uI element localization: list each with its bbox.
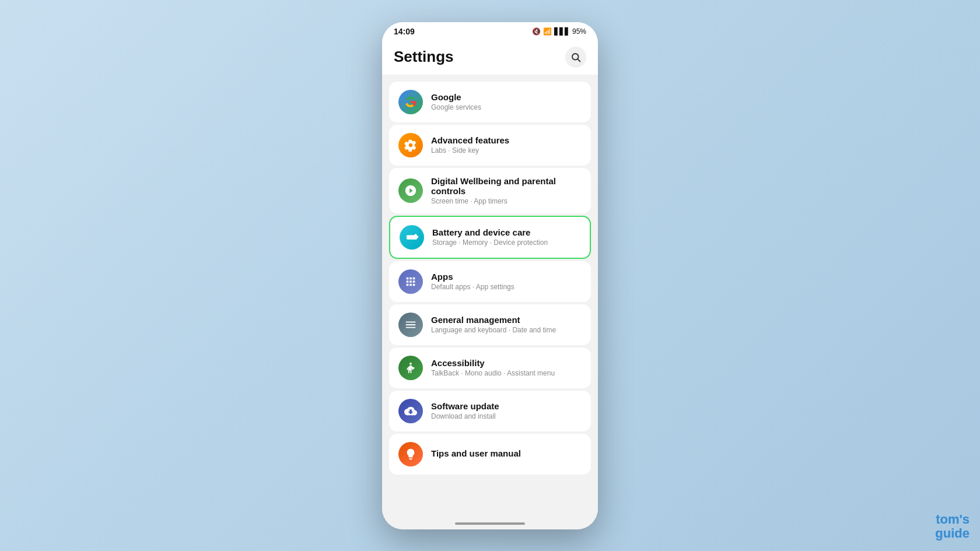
- settings-item-apps[interactable]: AppsDefault apps · App settings: [389, 261, 591, 302]
- advanced-features-subtitle: Labs · Side key: [431, 146, 582, 155]
- general-management-icon: [398, 313, 423, 337]
- status-bar: 14:09 🔇 📶 ▋▋▋ 95%: [382, 22, 598, 40]
- software-update-icon: [398, 399, 423, 423]
- advanced-features-title: Advanced features: [431, 135, 582, 145]
- settings-item-tips-user-manual[interactable]: Tips and user manual: [389, 434, 591, 475]
- search-button[interactable]: [565, 47, 586, 68]
- general-management-title: General management: [431, 315, 582, 325]
- bottom-bar: [382, 518, 598, 529]
- settings-item-advanced-features[interactable]: Advanced featuresLabs · Side key: [389, 125, 591, 166]
- signal-icon: ▋▋▋: [554, 27, 570, 36]
- google-subtitle: Google services: [431, 103, 582, 111]
- battery-device-care-subtitle: Storage · Memory · Device protection: [432, 238, 580, 247]
- wifi-icon: 📶: [543, 27, 552, 36]
- google-icon: [398, 90, 423, 114]
- apps-icon: [398, 269, 423, 294]
- phone-frame: 14:09 🔇 📶 ▋▋▋ 95% Settings GoogleGoogle …: [382, 22, 598, 529]
- battery-device-care-icon: [400, 225, 424, 250]
- software-update-title: Software update: [431, 401, 582, 411]
- apps-subtitle: Default apps · App settings: [431, 283, 582, 291]
- mute-icon: 🔇: [532, 27, 541, 36]
- accessibility-title: Accessibility: [431, 358, 582, 368]
- settings-item-digital-wellbeing[interactable]: Digital Wellbeing and parental controlsS…: [389, 168, 591, 213]
- watermark-line1: tom's: [935, 513, 970, 527]
- settings-item-general-management[interactable]: General managementLanguage and keyboard …: [389, 304, 591, 345]
- accessibility-subtitle: TalkBack · Mono audio · Assistant menu: [431, 369, 582, 377]
- settings-item-battery-device-care[interactable]: Battery and device careStorage · Memory …: [389, 216, 591, 259]
- settings-item-software-update[interactable]: Software updateDownload and install: [389, 391, 591, 431]
- digital-wellbeing-subtitle: Screen time · App timers: [431, 197, 582, 205]
- page-title: Settings: [394, 48, 454, 66]
- svg-line-1: [578, 59, 580, 61]
- tips-user-manual-icon: [398, 442, 423, 466]
- settings-header: Settings: [382, 40, 598, 75]
- apps-title: Apps: [431, 272, 582, 282]
- software-update-subtitle: Download and install: [431, 412, 582, 420]
- battery-icon: 95%: [572, 27, 586, 36]
- battery-device-care-title: Battery and device care: [432, 227, 580, 237]
- home-indicator: [455, 522, 525, 525]
- settings-item-accessibility[interactable]: AccessibilityTalkBack · Mono audio · Ass…: [389, 348, 591, 388]
- tips-user-manual-title: Tips and user manual: [431, 448, 582, 458]
- status-time: 14:09: [394, 27, 415, 36]
- watermark: tom's guide: [935, 513, 970, 541]
- svg-point-2: [410, 362, 412, 364]
- watermark-line2: guide: [935, 527, 970, 541]
- general-management-subtitle: Language and keyboard · Date and time: [431, 326, 582, 334]
- settings-item-google[interactable]: GoogleGoogle services: [389, 82, 591, 122]
- google-title: Google: [431, 92, 582, 102]
- digital-wellbeing-icon: [398, 178, 423, 203]
- digital-wellbeing-title: Digital Wellbeing and parental controls: [431, 176, 582, 196]
- settings-list: GoogleGoogle servicesAdvanced featuresLa…: [382, 75, 598, 518]
- status-icons: 🔇 📶 ▋▋▋ 95%: [532, 27, 586, 36]
- advanced-features-icon: [398, 133, 423, 157]
- accessibility-icon: [398, 356, 423, 380]
